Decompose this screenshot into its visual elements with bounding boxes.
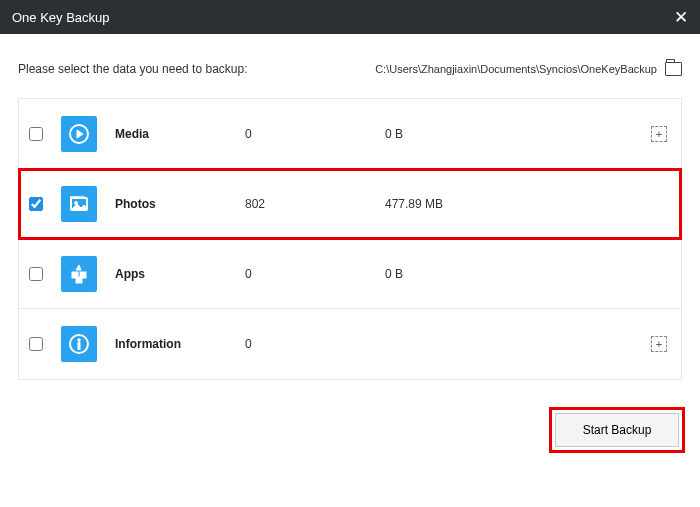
size-media: 0 B (385, 127, 651, 141)
label-photos: Photos (115, 197, 245, 211)
titlebar: One Key Backup ✕ (0, 0, 700, 34)
count-information: 0 (245, 337, 385, 351)
add-information-button[interactable]: + (651, 336, 667, 352)
label-information: Information (115, 337, 245, 351)
count-media: 0 (245, 127, 385, 141)
row-apps: Apps 0 0 B (19, 239, 681, 309)
size-photos: 477.89 MB (385, 197, 667, 211)
svg-point-9 (78, 339, 81, 342)
add-media-button[interactable]: + (651, 126, 667, 142)
window-title: One Key Backup (12, 10, 110, 25)
svg-rect-10 (78, 343, 80, 350)
label-apps: Apps (115, 267, 245, 281)
checkbox-media[interactable] (29, 127, 43, 141)
category-list: Media 0 0 B + Photos 802 477.89 MB Apps … (18, 98, 682, 380)
start-backup-highlight: Start Backup (552, 410, 682, 450)
info-icon (61, 326, 97, 362)
count-apps: 0 (245, 267, 385, 281)
svg-marker-4 (76, 265, 81, 270)
size-apps: 0 B (385, 267, 667, 281)
row-information: Information 0 + (19, 309, 681, 379)
checkbox-photos[interactable] (29, 197, 43, 211)
apps-icon (61, 256, 97, 292)
folder-icon[interactable] (665, 62, 682, 76)
photos-icon (61, 186, 97, 222)
row-media: Media 0 0 B + (19, 99, 681, 169)
count-photos: 802 (245, 197, 385, 211)
label-media: Media (115, 127, 245, 141)
media-icon (61, 116, 97, 152)
svg-marker-1 (77, 130, 83, 138)
row-photos: Photos 802 477.89 MB (19, 169, 681, 239)
close-icon[interactable]: ✕ (674, 7, 688, 28)
prompt-text: Please select the data you need to backu… (18, 62, 248, 76)
start-backup-button[interactable]: Start Backup (555, 413, 679, 447)
backup-path: C:\Users\Zhangjiaxin\Documents\Syncios\O… (375, 63, 657, 75)
checkbox-apps[interactable] (29, 267, 43, 281)
checkbox-information[interactable] (29, 337, 43, 351)
svg-rect-7 (76, 277, 82, 283)
